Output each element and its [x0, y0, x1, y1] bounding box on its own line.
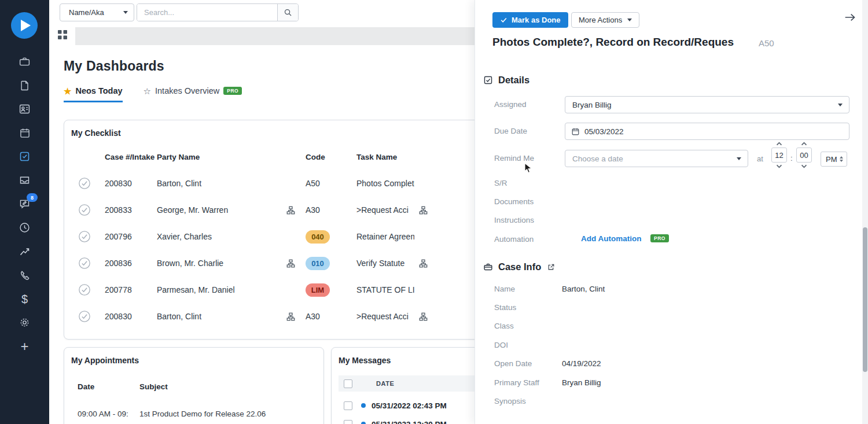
add-automation-link[interactable]: Add Automation [581, 234, 641, 243]
appointment-row[interactable]: 09:00 AM - 09:1st Product Demo for Relea… [64, 405, 323, 422]
hierarchy-icon[interactable] [286, 259, 295, 268]
party-name: George, Mr. Warren [157, 205, 282, 215]
remind-date-select[interactable]: Choose a date [565, 150, 748, 167]
chevron-down-icon[interactable] [776, 164, 782, 168]
sidebar-item-messages[interactable]: 8 [0, 192, 49, 216]
sidebar-item-inbox[interactable] [0, 168, 49, 192]
ampm-value: PM [826, 155, 837, 164]
column-header: Party Name [157, 153, 282, 161]
code-text: A30 [306, 312, 320, 321]
settings-gear-icon [19, 316, 31, 329]
task-name: Photos Complete [350, 179, 414, 188]
appointments-header: Date Subject [64, 382, 323, 391]
hour-value[interactable]: 12 [771, 148, 787, 163]
case-info-label: Primary Staff [475, 378, 562, 387]
task-name: STATUTE OF LIMI [350, 285, 414, 294]
due-date-input[interactable]: 05/03/2022 [565, 123, 849, 140]
name-aka-label: Name/Aka [60, 8, 123, 17]
task-name: >Request Acci [350, 312, 414, 321]
more-actions-label: More Actions [579, 16, 622, 24]
chevron-up-icon[interactable] [776, 142, 782, 146]
dashboard-tabs: ★ Neos Today ☆ Intakes Overview PRO [64, 86, 242, 102]
mark-as-done-button[interactable]: Mark as Done [492, 12, 568, 28]
sidebar-item-reports[interactable] [0, 239, 49, 263]
column-header: Code [299, 153, 350, 161]
column-header: Subject [139, 382, 323, 391]
sidebar-item-billing[interactable]: $ [0, 287, 49, 311]
name-aka-dropdown[interactable]: Name/Aka [60, 3, 134, 21]
minute-value[interactable]: 00 [796, 148, 812, 163]
select-all-checkbox[interactable] [344, 379, 352, 388]
chevron-down-icon [123, 11, 128, 14]
mark-as-done-label: Mark as Done [512, 16, 561, 24]
hierarchy-icon[interactable] [419, 206, 428, 215]
ampm-select[interactable]: PM [821, 152, 847, 167]
party-name: Parmesan, Mr. Daniel [157, 285, 282, 294]
search-input[interactable] [137, 4, 277, 21]
due-date-value: 05/03/2022 [584, 127, 624, 136]
sidebar-item-cases[interactable] [0, 50, 49, 73]
sidebar-item-settings[interactable] [0, 311, 49, 334]
complete-check-icon[interactable] [78, 257, 91, 270]
app-logo[interactable] [11, 12, 38, 39]
open-case-button[interactable] [547, 263, 555, 271]
tasks-icon [19, 150, 31, 163]
complete-check-icon[interactable] [78, 177, 91, 190]
calendar-icon [571, 127, 580, 136]
scrollbar-thumb[interactable] [863, 227, 867, 372]
chevron-down-icon[interactable] [801, 164, 807, 168]
play-logo-icon [11, 12, 38, 39]
messages-badge: 8 [27, 193, 38, 202]
collapse-panel-button[interactable] [844, 13, 856, 22]
chevron-down-icon [737, 157, 741, 160]
search-icon [284, 8, 292, 17]
case-info-label: Synopsis [475, 397, 562, 405]
sidebar-item-calendar[interactable] [0, 121, 49, 145]
plus-icon: + [20, 341, 28, 352]
tab-neos-today[interactable]: ★ Neos Today [64, 86, 123, 102]
case-info-label: Open Date [475, 359, 562, 368]
task-name: >Request Acci [350, 205, 414, 215]
sidebar-item-documents[interactable] [0, 73, 49, 97]
hierarchy-icon[interactable] [286, 312, 295, 321]
complete-check-icon[interactable] [78, 283, 91, 296]
sidebar-item-tasks[interactable] [0, 145, 49, 168]
date-column-header: DATE [376, 380, 395, 387]
hierarchy-icon[interactable] [419, 259, 428, 268]
section-title: Details [498, 75, 529, 86]
app-window: 8 $ + Name/Aka [0, 0, 868, 424]
message-date: 05/31/2022 12:30 PM [372, 420, 447, 424]
complete-check-icon[interactable] [78, 310, 91, 323]
assigned-select[interactable]: Bryan Billig [565, 96, 849, 113]
party-name: Barton, Clint [157, 179, 282, 188]
chevron-down-icon [627, 19, 632, 21]
task-code: A50 [759, 38, 774, 48]
case-info-row: Synopsis [475, 392, 868, 410]
spinner-arrows-icon [840, 156, 843, 162]
message-checkbox[interactable] [344, 420, 352, 424]
dashboard-grid-button[interactable] [58, 30, 67, 42]
case-info-section-header: Case Info [483, 261, 555, 272]
search-button[interactable] [277, 4, 298, 21]
vertical-scrollbar[interactable] [862, 0, 868, 424]
tab-label: Intakes Overview [155, 86, 219, 95]
complete-check-icon[interactable] [78, 204, 91, 216]
sidebar-item-add[interactable]: + [0, 334, 49, 358]
chevron-up-icon[interactable] [801, 142, 807, 146]
more-actions-button[interactable]: More Actions [571, 12, 639, 28]
sidebar-item-calls[interactable] [0, 263, 49, 287]
sidebar-item-time[interactable] [0, 216, 49, 239]
party-name: Xavier, Charles [157, 232, 282, 241]
hierarchy-icon[interactable] [286, 206, 295, 215]
case-info-label: DOI [475, 341, 562, 349]
tab-intakes-overview[interactable]: ☆ Intakes Overview PRO [144, 86, 242, 102]
section-title: Case Info [498, 261, 541, 272]
sidebar-item-contacts[interactable] [0, 97, 49, 121]
message-checkbox[interactable] [344, 401, 352, 410]
hierarchy-icon[interactable] [419, 312, 428, 321]
inbox-icon [19, 174, 31, 186]
case-info-row: Open Date04/19/2022 [475, 355, 868, 373]
instructions-label: Instructions [494, 216, 534, 224]
briefcase-icon [19, 56, 31, 68]
complete-check-icon[interactable] [78, 230, 91, 243]
